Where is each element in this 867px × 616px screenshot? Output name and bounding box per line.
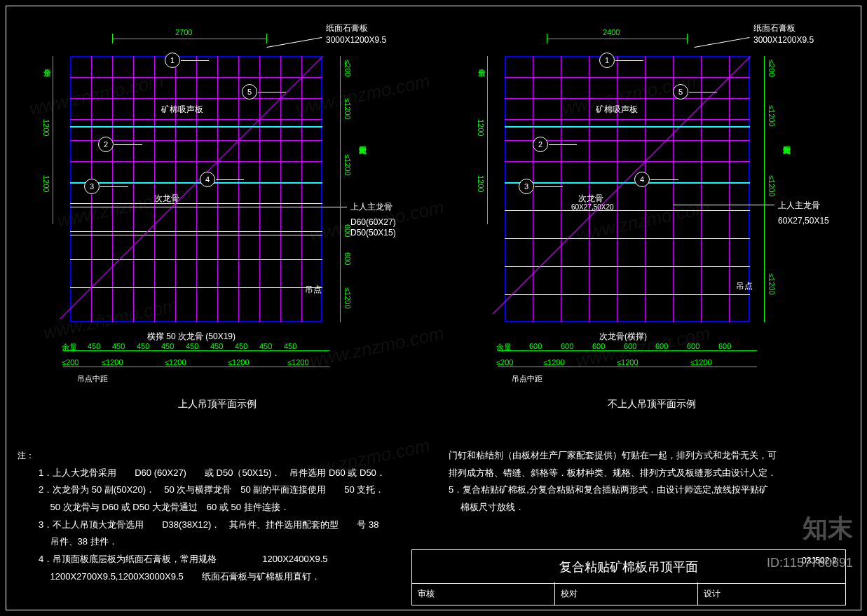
dim-r4: 600 bbox=[343, 252, 352, 265]
dim-r2: ≤1200 bbox=[343, 154, 352, 176]
dim-s1: 1200 bbox=[477, 119, 485, 136]
dim-top bbox=[112, 39, 266, 39]
marker-num: 5 bbox=[247, 88, 252, 96]
dim-b4: 600 bbox=[624, 342, 636, 350]
marker-4: 4 bbox=[200, 172, 215, 187]
label-mineral-panel: 矿棉吸声板 bbox=[161, 104, 203, 116]
label-gypsum: 纸面石膏板 bbox=[753, 22, 796, 34]
grid-v bbox=[729, 56, 730, 322]
dim-r1: ≤1200 bbox=[343, 98, 352, 120]
brand-watermark: 知末 bbox=[803, 512, 853, 546]
note-line: 1200X2700X9.5,1200X3000X9.5 纸面石膏板与矿棉板用直钉… bbox=[39, 568, 424, 586]
dim-r3: 600 bbox=[343, 224, 352, 237]
dim-side-1200a: 1200 bbox=[42, 119, 50, 136]
dim-b2: 600 bbox=[561, 342, 573, 350]
leader bbox=[238, 207, 347, 207]
label-mainkeel: 上人主龙骨 bbox=[350, 201, 392, 213]
note-line: 1．上人大龙骨采用 D60 (60X27) 或 D50（50X15)． 吊件选用… bbox=[39, 465, 424, 482]
note-line: 门钉和粘结剂（由板材生产厂家配套提供）钉贴在一起，排列方式和龙骨无关，可 bbox=[449, 447, 827, 465]
marker-num: 3 bbox=[524, 182, 528, 191]
label-hangpoint: 吊点 bbox=[305, 284, 322, 296]
dim-r2: ≤1200 bbox=[767, 175, 776, 197]
marker-1: 1 bbox=[165, 53, 180, 68]
dim-r3: ≤1200 bbox=[767, 273, 776, 295]
plan-left-title: 上人吊顶平面示例 bbox=[112, 398, 322, 411]
label-bottom-keel: 横撑 50 次龙骨 (50X19) bbox=[147, 331, 235, 343]
dim-b6: 450 bbox=[210, 342, 223, 350]
dim-b6: 600 bbox=[687, 342, 699, 350]
label-keelspec1: 60X27,50X15 bbox=[778, 216, 829, 226]
note-line: 3．不上人吊顶大龙骨选用 D38(38X12)． 其吊件、挂件选用配套的型 号 … bbox=[39, 516, 424, 534]
dim-bottom2 bbox=[498, 367, 757, 367]
label-bottom-keel: 次龙骨(横撑) bbox=[599, 331, 647, 343]
marker-num: 2 bbox=[538, 140, 542, 149]
grid-v bbox=[154, 56, 155, 322]
note-line: 2．次龙骨为 50 副(50X20)． 50 次与横撑龙骨 50 副的平面连接使… bbox=[39, 481, 424, 499]
dim-bottom bbox=[63, 350, 329, 351]
note-line: 排列成方格、错缝、斜格等．板材种类、规格、排列方式及板缝形式由设计人定． bbox=[449, 465, 827, 482]
note-line: 吊件、38 挂件． bbox=[39, 533, 424, 551]
notes-left: 注： 1．上人大龙骨采用 D60 (60X27) 或 D50（50X15)． 吊… bbox=[39, 447, 424, 586]
dim-b7: 450 bbox=[235, 342, 247, 350]
image-id: ID:1157780891 bbox=[767, 556, 853, 570]
label-hang-dist: 吊点中距 bbox=[77, 374, 108, 384]
dim-right bbox=[764, 56, 765, 322]
dim-bg0: ≤200 bbox=[62, 358, 78, 367]
label-keelspec2: D50(50X15) bbox=[350, 228, 396, 238]
dim-b1: 600 bbox=[529, 342, 542, 350]
grid-v bbox=[112, 56, 113, 322]
tb-check: 校对 bbox=[555, 582, 698, 605]
marker-num: 3 bbox=[90, 182, 94, 191]
dim-bg3: ≤1200 bbox=[228, 358, 250, 367]
grid-v bbox=[589, 56, 589, 322]
dim-b9: 450 bbox=[284, 342, 296, 350]
grid-h bbox=[505, 98, 750, 99]
dim-r0: ≤200 bbox=[767, 60, 776, 76]
grid-hw bbox=[70, 235, 322, 235]
dim-right bbox=[340, 56, 341, 322]
dim-side bbox=[53, 56, 53, 224]
marker-num: 4 bbox=[205, 175, 210, 184]
grid-v bbox=[701, 56, 702, 322]
dim-bg3: ≤1200 bbox=[690, 358, 712, 367]
dim-b4: 450 bbox=[161, 342, 174, 350]
label-keelspec1: D60(60X27) bbox=[350, 217, 396, 227]
label-subkeel: 次龙骨 bbox=[154, 193, 179, 205]
marker-3: 3 bbox=[84, 179, 100, 194]
dim-s2: 1200 bbox=[477, 175, 485, 192]
label-mainkeel: 上人主龙骨 bbox=[778, 200, 820, 212]
grid-hw bbox=[70, 287, 322, 288]
marker-4: 4 bbox=[634, 172, 650, 187]
tb-review: 审核 bbox=[412, 582, 555, 605]
grid-h bbox=[505, 161, 750, 162]
grid-hw bbox=[505, 210, 750, 211]
cyan-line bbox=[505, 182, 750, 184]
marker-1: 1 bbox=[599, 53, 615, 68]
grid-h bbox=[505, 119, 750, 120]
dim-b5: 450 bbox=[186, 342, 198, 350]
plan-right: 2400 纸面石膏板 3000X1200X9.5 余量 1200 1200 1 … bbox=[463, 14, 855, 431]
label-hang-dist: 吊点中距 bbox=[512, 374, 542, 384]
drawings-area: 2700 纸面石膏板 3000X1200X9.5 余量 1200 1200 bbox=[14, 14, 853, 431]
dim-top-value: 2700 bbox=[175, 28, 192, 36]
dim-bg0: ≤200 bbox=[496, 358, 513, 367]
grid-hw bbox=[70, 231, 322, 232]
dim-bg1: ≤1200 bbox=[102, 358, 123, 367]
dim-b0: 余量 bbox=[496, 342, 512, 353]
grid-v bbox=[561, 56, 561, 322]
label-hangpoint: 吊点 bbox=[736, 280, 753, 292]
dim-tick bbox=[687, 34, 688, 43]
title-block-row: 审核 校对 设计 bbox=[412, 582, 845, 605]
dim-bg4: ≤1200 bbox=[287, 358, 309, 367]
grid-h bbox=[70, 77, 322, 78]
grid-v bbox=[133, 56, 134, 322]
marker-5: 5 bbox=[673, 84, 688, 100]
grid-h bbox=[70, 161, 322, 162]
dim-top-value: 2400 bbox=[603, 28, 620, 36]
dim-b3: 450 bbox=[137, 342, 149, 350]
cyan-line bbox=[70, 182, 322, 184]
note-line: 棉板尺寸放线． bbox=[449, 499, 827, 516]
dim-r5: ≤1200 bbox=[343, 287, 352, 309]
dim-b1: 450 bbox=[88, 342, 100, 350]
label-gypsum-spec: 3000X1200X9.5 bbox=[753, 35, 814, 45]
